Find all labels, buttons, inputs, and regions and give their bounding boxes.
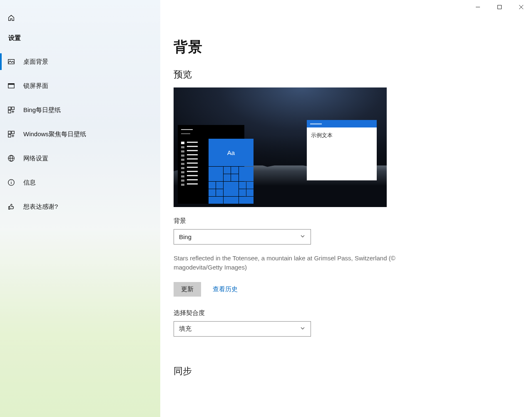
fit-select-value: 填充 bbox=[179, 325, 191, 333]
svg-rect-9 bbox=[8, 110, 11, 113]
preview-tiles: Aa bbox=[209, 139, 254, 204]
fit-select[interactable]: 填充 bbox=[174, 321, 311, 337]
background-source-label: 背景 bbox=[174, 217, 427, 225]
sidebar-item-bing-daily[interactable]: Bing每日壁纸 bbox=[0, 98, 160, 122]
svg-rect-1 bbox=[498, 5, 502, 9]
wallpaper-description: Stars reflected in the Totensee, a mount… bbox=[174, 254, 407, 272]
preview-sample-text: 示例文本 bbox=[307, 127, 377, 143]
grid-icon bbox=[7, 106, 15, 114]
sync-heading: 同步 bbox=[174, 365, 427, 377]
sidebar-item-label: 网络设置 bbox=[23, 155, 48, 162]
svg-point-18 bbox=[11, 181, 11, 181]
sidebar: 设置 桌面背景 锁屏界面 Bing每日壁纸 Windows聚焦每日壁纸 bbox=[0, 0, 160, 417]
sidebar-item-thanks[interactable]: 想表达感谢? bbox=[0, 195, 160, 219]
sidebar-item-label: 锁屏界面 bbox=[23, 82, 48, 90]
minimize-button[interactable] bbox=[467, 0, 489, 14]
minimize-icon bbox=[475, 5, 480, 10]
maximize-button[interactable] bbox=[489, 0, 510, 14]
sidebar-item-spotlight-daily[interactable]: Windows聚焦每日壁纸 bbox=[0, 122, 160, 146]
fit-label: 选择契合度 bbox=[174, 309, 427, 317]
home-button[interactable] bbox=[7, 16, 15, 23]
globe-icon bbox=[7, 155, 15, 162]
svg-rect-6 bbox=[8, 84, 14, 85]
sidebar-item-label: Windows聚焦每日壁纸 bbox=[23, 130, 86, 138]
sidebar-item-label: 想表达感谢? bbox=[23, 203, 58, 211]
thumbs-up-icon bbox=[7, 203, 15, 210]
history-link[interactable]: 查看历史 bbox=[213, 285, 238, 293]
home-icon bbox=[7, 14, 15, 22]
background-source-select[interactable]: Bing bbox=[174, 229, 311, 245]
lock-screen-icon bbox=[7, 82, 15, 90]
sidebar-item-network[interactable]: 网络设置 bbox=[0, 146, 160, 170]
grid-icon bbox=[7, 130, 15, 138]
sidebar-item-lock-screen[interactable]: 锁屏界面 bbox=[0, 74, 160, 98]
update-button[interactable]: 更新 bbox=[174, 282, 201, 297]
page-title: 背景 bbox=[174, 37, 427, 57]
image-icon bbox=[7, 58, 15, 65]
main-panel: 背景 预览 Aa bbox=[160, 0, 532, 417]
preview-heading: 预览 bbox=[174, 68, 427, 81]
preview-sample-window: 示例文本 bbox=[307, 120, 377, 180]
chevron-down-icon bbox=[300, 233, 306, 240]
close-icon bbox=[519, 5, 524, 10]
svg-rect-7 bbox=[8, 107, 11, 110]
sidebar-item-desktop-background[interactable]: 桌面背景 bbox=[0, 50, 160, 74]
preview-pane: Aa 示例文本 bbox=[174, 87, 387, 207]
svg-rect-11 bbox=[12, 131, 14, 134]
sidebar-item-label: Bing每日壁纸 bbox=[23, 106, 61, 114]
close-button[interactable] bbox=[510, 0, 532, 14]
preview-tile-aa: Aa bbox=[209, 139, 254, 166]
window-controls bbox=[467, 0, 532, 17]
settings-heading: 设置 bbox=[0, 31, 160, 50]
svg-rect-12 bbox=[8, 135, 11, 137]
info-icon bbox=[7, 179, 15, 186]
svg-rect-10 bbox=[8, 131, 11, 134]
sidebar-item-label: 桌面背景 bbox=[23, 58, 48, 66]
background-source-value: Bing bbox=[179, 233, 191, 240]
chevron-down-icon bbox=[300, 325, 306, 332]
sidebar-item-label: 信息 bbox=[23, 179, 36, 187]
svg-rect-8 bbox=[12, 107, 14, 110]
maximize-icon bbox=[497, 5, 502, 10]
sidebar-item-info[interactable]: 信息 bbox=[0, 170, 160, 195]
